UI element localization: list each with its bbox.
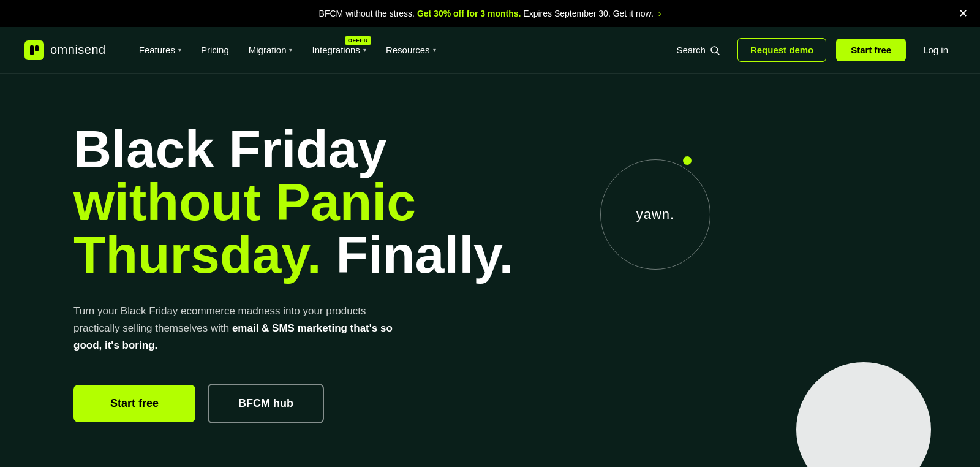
- svg-rect-0: [30, 45, 34, 55]
- offer-badge: OFFER: [345, 36, 371, 45]
- request-demo-button[interactable]: Request demo: [737, 38, 826, 62]
- hero-title: Black Friday without Panic Thursday. Fin…: [74, 123, 514, 281]
- banner-text: BFCM without the stress. Get 30% off for…: [319, 9, 662, 18]
- svg-line-3: [717, 52, 719, 55]
- banner-highlight: Get 30% off for 3 months.: [417, 9, 521, 18]
- hero-bfcm-button[interactable]: BFCM hub: [208, 384, 324, 423]
- login-button[interactable]: Log in: [916, 40, 956, 60]
- nav-item-integrations[interactable]: OFFER Integrations ▾: [303, 40, 374, 60]
- search-icon: [709, 45, 720, 56]
- bottom-circle-decoration: [796, 362, 931, 467]
- logo-text: omnisend: [50, 43, 106, 57]
- nav-item-pricing[interactable]: Pricing: [192, 40, 238, 60]
- logo-icon: [24, 40, 44, 60]
- hero-buttons: Start free BFCM hub: [74, 384, 514, 423]
- navbar: omnisend Features ▾ Pricing Migration ▾ …: [0, 27, 980, 74]
- start-free-button[interactable]: Start free: [836, 39, 906, 61]
- yawn-circle: yawn.: [600, 159, 710, 270]
- promo-banner: BFCM without the stress. Get 30% off for…: [0, 0, 980, 27]
- chevron-down-icon: ▾: [289, 47, 292, 53]
- hero-subtitle: Turn your Black Friday ecommerce madness…: [74, 303, 410, 354]
- logo[interactable]: omnisend: [24, 40, 106, 60]
- nav-right: Search Request demo Start free Log in: [669, 38, 956, 62]
- hero-visual: yawn.: [564, 123, 747, 270]
- nav-item-migration[interactable]: Migration ▾: [240, 40, 301, 60]
- svg-point-2: [711, 47, 718, 53]
- chevron-down-icon: ▾: [433, 47, 436, 53]
- chevron-down-icon: ▾: [363, 47, 366, 53]
- hero-content: Black Friday without Panic Thursday. Fin…: [74, 123, 514, 423]
- yawn-text: yawn.: [636, 207, 674, 222]
- search-button[interactable]: Search: [669, 40, 728, 61]
- nav-links: Features ▾ Pricing Migration ▾ OFFER Int…: [130, 40, 669, 60]
- hero-section: Black Friday without Panic Thursday. Fin…: [0, 74, 980, 460]
- svg-rect-1: [35, 45, 39, 51]
- chevron-down-icon: ▾: [178, 47, 181, 53]
- nav-item-features[interactable]: Features ▾: [130, 40, 190, 60]
- banner-close-button[interactable]: ✕: [959, 7, 968, 20]
- hero-start-free-button[interactable]: Start free: [74, 385, 195, 422]
- nav-item-resources[interactable]: Resources ▾: [377, 40, 445, 60]
- banner-arrow: ›: [658, 9, 662, 18]
- yawn-dot: [683, 156, 692, 165]
